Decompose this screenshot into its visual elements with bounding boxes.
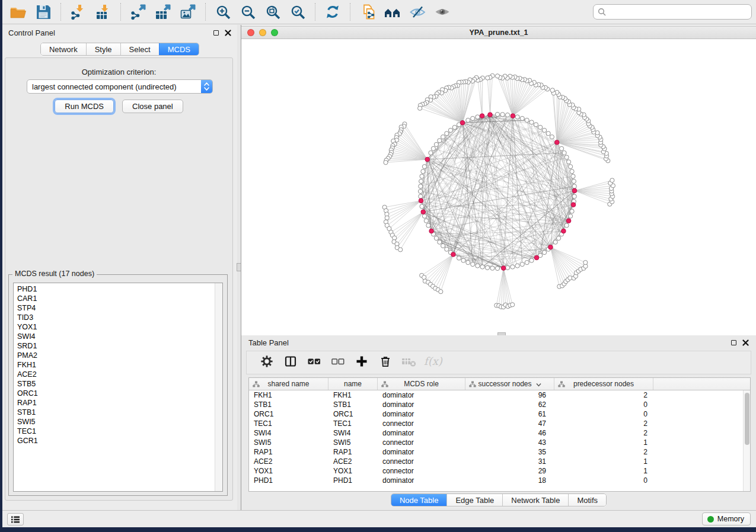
zoom-fit-icon [265,4,281,20]
float-table-panel-icon[interactable] [731,340,736,345]
import-table-icon [95,4,111,20]
close-panel-button[interactable]: Close panel [122,100,183,113]
search-input[interactable] [609,8,751,17]
zoom-out-button[interactable] [235,1,260,23]
memory-label: Memory [717,515,744,523]
column-header-shared-name[interactable]: shared name [249,378,328,390]
network-canvas[interactable] [241,39,756,335]
mcds-result-list[interactable]: PHD1CAR1STP4TID3YOX1SWI4SRD1PMA2FKH1ACE2… [13,283,223,492]
result-list-item[interactable]: ORC1 [14,389,215,398]
import-network-button[interactable] [66,1,91,23]
tab-style[interactable]: Style [86,43,120,55]
cell-name: SWI5 [328,438,378,447]
table-row-ACE2[interactable]: ACE2ACE2connector311 [249,457,750,466]
mcds-result-title: MCDS result (17 nodes) [12,270,97,278]
run-mcds-button[interactable]: Run MCDS [55,100,114,113]
shared-column-icon [253,381,260,387]
cell-name: TEC1 [328,419,378,428]
table-row-RAP1[interactable]: RAP1RAP1dominator352 [249,447,750,457]
result-list-item[interactable]: TEC1 [14,427,215,436]
result-list-item[interactable]: PMA2 [14,351,215,360]
import-table-button[interactable] [91,1,116,23]
column-header-successor-nodes[interactable]: successor nodes [465,378,554,390]
show-all-button[interactable] [430,1,455,23]
cell-MCDS-role: dominator [378,400,465,409]
network-window-titlebar[interactable]: YPA_prune.txt_1 [241,26,756,39]
memory-button[interactable]: Memory [702,512,751,525]
result-list-item[interactable]: FKH1 [14,360,215,370]
deselect-all-rows-button[interactable] [327,352,349,373]
result-list-item[interactable]: YOX1 [14,322,215,332]
table-row-PHD1[interactable]: PHD1PHD1dominator180 [249,476,750,485]
column-settings-button[interactable] [256,352,277,373]
select-all-icon [307,355,321,370]
export-image-button[interactable] [176,1,200,23]
network-graph[interactable] [241,39,756,334]
result-list-item[interactable]: STB1 [14,408,215,417]
result-list-item[interactable]: GCR1 [14,436,215,446]
column-header-predecessor-nodes[interactable]: predecessor nodes [554,378,653,390]
table-tab-motifs[interactable]: Motifs [568,494,606,506]
result-list-item[interactable]: SWI4 [14,332,215,341]
optimization-criterion-select[interactable]: largest connected component (undirected) [27,79,213,94]
result-list-item[interactable]: STB5 [14,379,215,389]
open-file-button[interactable] [6,1,31,23]
table-scrollbar[interactable] [743,390,750,491]
search-icon [598,8,606,16]
table-row-TEC1[interactable]: TEC1TEC1connector472 [249,419,750,428]
close-table-panel-icon[interactable] [742,339,749,346]
table-row-YOX1[interactable]: YOX1YOX1connector291 [249,466,750,476]
table-tab-edge-table[interactable]: Edge Table [446,494,502,506]
result-list-item[interactable]: SWI5 [14,417,215,427]
column-header-MCDS-role[interactable]: MCDS role [378,378,465,390]
table-scrollbar-thumb[interactable] [745,393,749,445]
toggle-columns-button[interactable] [280,352,301,373]
table-toolbar: f(x) [246,351,751,374]
hide-eye-icon [409,4,426,20]
result-list-item[interactable]: TID3 [14,313,215,322]
result-list-item[interactable]: SRD1 [14,341,215,351]
delete-column-button[interactable] [375,352,396,373]
cell-successor-nodes: 31 [465,457,554,466]
zoom-selected-button[interactable] [285,1,310,23]
select-all-rows-button[interactable] [304,352,325,373]
table-row-SWI4[interactable]: SWI4SWI4dominator462 [249,428,750,438]
table-row-SWI5[interactable]: SWI5SWI5connector431 [249,438,750,447]
tab-mcds[interactable]: MCDS [159,43,199,55]
result-list-item[interactable]: RAP1 [14,398,215,408]
main-toolbar [2,0,756,24]
tab-network[interactable]: Network [41,43,86,55]
cell-successor-nodes: 46 [465,428,554,438]
export-network-button[interactable] [126,1,151,23]
cell-MCDS-role: dominator [378,428,465,438]
apply-layout-button[interactable] [320,1,345,23]
add-column-button[interactable] [351,352,372,373]
function-icon: f(x) [423,354,443,371]
table-row-STB1[interactable]: STB1STB1dominator620 [249,400,750,409]
cell-MCDS-role: dominator [378,476,465,485]
close-panel-icon[interactable] [225,30,231,36]
hide-selected-button[interactable] [405,1,430,23]
result-list-scrollbar[interactable] [215,283,222,491]
zoom-fit-button[interactable] [260,1,285,23]
table-tab-node-table[interactable]: Node Table [391,494,447,506]
first-neighbors-button[interactable] [380,1,405,23]
result-list-item[interactable]: ACE2 [14,370,215,379]
table-row-FKH1[interactable]: FKH1FKH1dominator962 [249,390,750,400]
tab-select[interactable]: Select [120,43,159,55]
cell-name: FKH1 [328,390,378,400]
export-table-button[interactable] [151,1,176,23]
float-panel-icon[interactable] [213,30,219,36]
cell-successor-nodes: 47 [465,419,554,428]
save-session-button[interactable] [31,1,56,23]
column-header-name[interactable]: name [328,378,378,390]
result-list-item[interactable]: CAR1 [14,294,215,303]
zoom-in-button[interactable] [210,1,235,23]
result-list-item[interactable]: STP4 [14,303,215,313]
clone-network-button[interactable] [355,1,380,23]
table-tab-network-table[interactable]: Network Table [502,494,568,506]
gear-icon [260,355,273,370]
result-list-item[interactable]: PHD1 [14,284,215,294]
table-row-ORC1[interactable]: ORC1ORC1dominator610 [249,409,750,419]
task-history-button[interactable] [7,513,24,525]
